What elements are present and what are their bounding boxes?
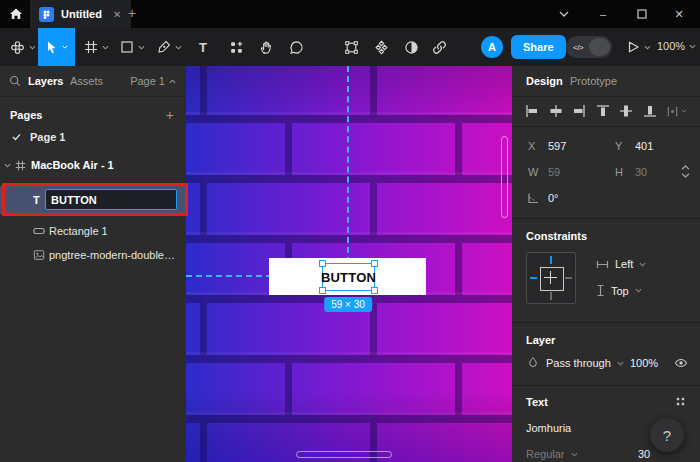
rotation-icon	[527, 192, 539, 204]
chevron-down-icon	[681, 109, 687, 113]
align-left-icon[interactable]	[525, 104, 539, 118]
zoom-level: 100%	[657, 40, 685, 52]
resize-handle-bottom-right[interactable]	[371, 287, 378, 294]
actions-tool-icon[interactable]	[229, 28, 244, 66]
window-menu-chevron-icon[interactable]	[556, 7, 572, 21]
vertical-constraint-select[interactable]: Top	[596, 284, 642, 297]
move-cursor-icon	[45, 40, 58, 54]
alignment-toolbar	[512, 96, 700, 126]
close-icon[interactable]: ✕	[671, 7, 687, 21]
vertical-scrollbar[interactable]	[501, 136, 508, 218]
hand-tool-icon[interactable]	[259, 28, 274, 66]
minimize-icon[interactable]: –	[595, 7, 611, 21]
rotation-value[interactable]: 0°	[548, 192, 559, 204]
present-button[interactable]	[627, 28, 651, 66]
pages-header: Pages +	[0, 104, 186, 126]
w-value[interactable]: 59	[548, 166, 560, 178]
maximize-icon[interactable]	[634, 7, 650, 21]
constraints-title: Constraints	[526, 230, 587, 242]
resize-handle-top-right[interactable]	[371, 260, 378, 267]
page-name: Page 1	[30, 131, 65, 143]
font-weight-select[interactable]: Regular	[526, 448, 578, 460]
constrain-proportions-icon[interactable]	[680, 165, 691, 178]
h-value[interactable]: 30	[635, 166, 647, 178]
frame-icon	[15, 160, 26, 171]
search-icon[interactable]	[9, 75, 21, 87]
layer-row-frame[interactable]: MacBook Air - 1	[0, 154, 186, 176]
constraint-top-tick[interactable]	[550, 256, 552, 264]
dev-mode-icon: </>	[573, 43, 583, 52]
tab-close-icon[interactable]: ✕	[113, 9, 121, 20]
chevron-down-icon	[639, 262, 646, 267]
align-right-icon[interactable]	[572, 104, 586, 118]
canvas[interactable]: BUTTON 59 × 30	[186, 66, 512, 462]
layer-row-rectangle[interactable]: Rectangle 1	[0, 220, 186, 242]
size-badge: 59 × 30	[324, 297, 372, 312]
resize-handle-top-left[interactable]	[319, 260, 326, 267]
page-list-item[interactable]: Page 1	[0, 126, 186, 148]
tab-title: Untitled	[61, 8, 102, 20]
frame-tool-icon[interactable]	[84, 28, 109, 66]
align-horizontal-center-icon[interactable]	[549, 104, 563, 118]
help-button[interactable]: ?	[650, 418, 684, 452]
inspector-panel: Design Prototype X 597 Y 401 W 59 H 30 0…	[512, 66, 700, 462]
chevron-down-icon[interactable]	[4, 163, 11, 168]
distribute-menu[interactable]	[666, 105, 687, 118]
layer-name: MacBook Air - 1	[31, 159, 114, 171]
check-icon	[12, 133, 21, 141]
font-family-select[interactable]: Jomhuria	[526, 422, 571, 434]
y-value[interactable]: 401	[635, 140, 653, 152]
tab-layers[interactable]: Layers	[28, 75, 63, 87]
align-bottom-icon[interactable]	[643, 104, 657, 118]
pen-tool-icon[interactable]	[157, 28, 182, 66]
move-tool-button[interactable]	[38, 28, 75, 66]
constraints-widget[interactable]	[526, 252, 576, 304]
constraint-left-tick[interactable]	[530, 277, 537, 279]
component-tool-icon[interactable]	[374, 28, 389, 66]
chevron-down-icon	[571, 452, 578, 457]
visibility-eye-icon[interactable]	[674, 356, 688, 370]
pages-title: Pages	[10, 109, 42, 121]
tab-assets[interactable]: Assets	[70, 75, 103, 87]
zoom-select[interactable]: 100%	[657, 40, 696, 52]
font-size-value[interactable]: 30	[638, 448, 650, 460]
chevron-up-icon	[169, 79, 176, 84]
text-tool-icon[interactable]: T	[199, 28, 207, 66]
avatar[interactable]: A	[481, 36, 503, 58]
tab-prototype[interactable]: Prototype	[570, 75, 617, 87]
link-tool-icon[interactable]	[432, 28, 447, 66]
main-menu-icon[interactable]	[10, 28, 36, 66]
page-selector[interactable]: Page 1	[130, 75, 176, 87]
text-styles-icon[interactable]	[675, 396, 686, 407]
dev-mode-toggle[interactable]: </>	[566, 36, 612, 58]
file-tab[interactable]: Untitled ✕	[30, 0, 131, 28]
add-page-icon[interactable]: +	[166, 107, 174, 123]
align-top-icon[interactable]	[596, 104, 610, 118]
shape-tool-icon[interactable]	[120, 28, 145, 66]
new-tab-icon[interactable]: +	[128, 5, 136, 21]
toggle-knob	[589, 38, 610, 56]
rectangle-icon	[33, 227, 45, 235]
distribute-icon	[666, 105, 679, 118]
layer-name: Rectangle 1	[49, 225, 108, 237]
comment-tool-icon[interactable]	[289, 28, 304, 66]
blend-mode-icon[interactable]	[527, 356, 539, 369]
constraint-right-tick[interactable]	[565, 277, 572, 279]
layer-row-image[interactable]: pngtree-modern-double-color...	[0, 244, 186, 266]
home-icon[interactable]	[9, 7, 23, 21]
mask-tool-icon[interactable]	[404, 28, 419, 66]
canvas-button-text: BUTTON	[321, 270, 376, 285]
constraint-bottom-tick[interactable]	[550, 292, 552, 300]
align-vertical-center-icon[interactable]	[619, 104, 633, 118]
resize-handle-bottom-left[interactable]	[319, 287, 326, 294]
toolbar: T A S	[0, 28, 700, 66]
x-value[interactable]: 597	[548, 140, 566, 152]
edit-object-icon[interactable]	[344, 28, 359, 66]
horizontal-constraint-select[interactable]: Left	[596, 258, 646, 270]
share-button[interactable]: Share	[511, 35, 566, 59]
blend-mode-select[interactable]: Pass through	[546, 357, 624, 369]
tab-design[interactable]: Design	[526, 75, 563, 87]
text-selection-box[interactable]: BUTTON	[322, 263, 375, 291]
horizontal-scrollbar[interactable]	[296, 451, 392, 458]
layer-opacity-value[interactable]: 100%	[630, 357, 658, 369]
